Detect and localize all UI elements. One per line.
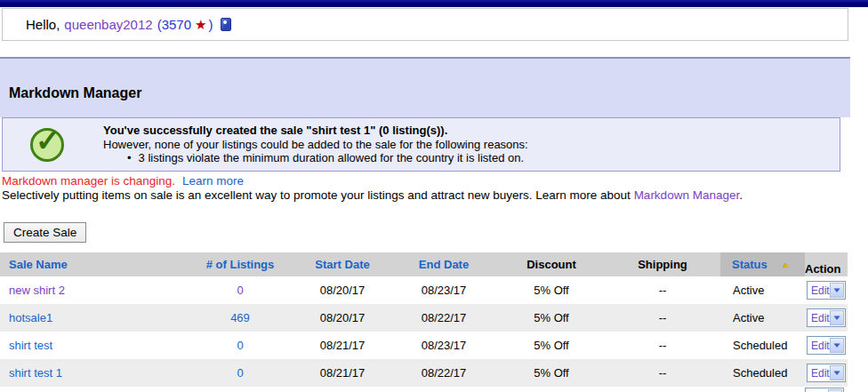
table-row: shirt test 0 08/21/17 08/23/17 5% Off --… (0, 332, 848, 359)
edit-action-dropdown[interactable]: Edit ▼ (807, 336, 846, 355)
shipping-value: -- (618, 359, 707, 387)
chevron-down-icon: ▼ (832, 287, 842, 294)
feedback-count-link[interactable]: 3570 (162, 17, 191, 32)
listings-count-link[interactable]: 0 (237, 339, 243, 352)
header-status[interactable]: Status ▲ (720, 252, 805, 276)
success-alert: ✓ You've successfully created the sale "… (2, 117, 840, 172)
status-value: Scheduled (720, 359, 805, 387)
feedback-close-paren: ) (208, 17, 213, 32)
promo-suffix: . (739, 188, 743, 202)
status-value: Scheduled (720, 332, 805, 359)
promo-text: Selectively putting items on sale is an … (2, 188, 634, 202)
header-action: Action (805, 252, 848, 276)
chevron-down-icon: ▼ (832, 370, 842, 377)
discount-value: 5% Off (498, 359, 605, 387)
feedback-star-icon: ★ (195, 17, 206, 33)
alert-detail: However, none of your listings could be … (103, 138, 528, 152)
sale-name-link[interactable]: new shirt 2 (9, 284, 65, 297)
start-date-value: 08/21/17 (293, 332, 391, 359)
status-value: Active (720, 304, 805, 332)
dropdown-arrow-button[interactable]: ▼ (830, 283, 844, 298)
edit-action-dropdown[interactable]: Edit ▼ (807, 281, 846, 300)
edit-action-dropdown[interactable]: Edit ▼ (807, 364, 846, 382)
learn-more-link[interactable]: Learn more (182, 174, 244, 188)
listings-count-link[interactable]: 469 (230, 311, 250, 324)
table-row: shirt test 1 0 08/21/17 08/22/17 5% Off … (0, 359, 848, 387)
changing-text: Markdown manager is changing. (2, 174, 175, 188)
header-start-date[interactable]: Start Date (293, 252, 391, 276)
promo-text-line: Selectively putting items on sale is an … (2, 188, 743, 202)
markdown-manager-link[interactable]: Markdown Manager (634, 188, 740, 202)
table-header-row: Sale Name # of Listings Start Date End D… (0, 252, 848, 276)
alert-message: You've successfully created the sale "sh… (103, 124, 528, 165)
dropdown-arrow-button[interactable]: ▼ (830, 365, 844, 380)
listings-count-link[interactable]: 0 (237, 366, 243, 380)
header-num-listings[interactable]: # of Listings (196, 252, 285, 276)
start-date-value: 08/21/17 (293, 359, 391, 387)
alert-title: You've successfully created the sale "sh… (103, 124, 528, 138)
alert-bullet-item: •3 listings violate the minimum duration… (103, 151, 528, 165)
sale-name-link[interactable]: hotsale1 (9, 311, 52, 324)
header-discount: Discount (498, 252, 605, 276)
header-sale-name[interactable]: Sale Name (9, 252, 196, 276)
listings-count-link[interactable]: 0 (237, 284, 243, 297)
top-navigation-bar (0, 0, 868, 7)
end-date-value: 08/23/17 (399, 332, 488, 359)
table-row: new shirt 2 0 08/20/17 08/23/17 5% Off -… (0, 276, 848, 304)
header-end-date[interactable]: End Date (399, 252, 488, 276)
shipping-value: -- (618, 304, 707, 332)
start-date-value: 08/20/17 (293, 276, 391, 304)
discount-value: 5% Off (498, 304, 605, 332)
sale-name-link[interactable]: shirt test 1 (9, 366, 62, 380)
dropdown-arrow-button[interactable]: ▼ (830, 338, 844, 353)
markdown-changing-notice: Markdown manager is changing. Learn more (2, 174, 244, 188)
about-me-page-icon[interactable] (221, 18, 231, 31)
end-date-value: 08/22/17 (399, 359, 488, 387)
page-title: Markdown Manager (0, 59, 850, 101)
sales-table: Sale Name # of Listings Start Date End D… (0, 252, 848, 387)
partial-next-row-edit-dropdown[interactable]: ▼ (805, 388, 844, 392)
shipping-value: -- (618, 332, 707, 359)
chevron-down-icon: ▼ (832, 342, 842, 349)
discount-value: 5% Off (498, 332, 605, 359)
success-check-icon: ✓ (30, 128, 64, 162)
sale-name-link[interactable]: shirt test (9, 339, 52, 352)
greeting-bar: Hello, queenbay2012 ( 3570 ★ ) (2, 8, 848, 41)
chevron-down-icon: ▼ (832, 315, 842, 322)
end-date-value: 08/22/17 (399, 304, 488, 332)
header-shipping: Shipping (618, 252, 707, 276)
greeting-text: Hello, (26, 17, 60, 32)
discount-value: 5% Off (498, 276, 605, 304)
edit-action-dropdown[interactable]: Edit ▼ (807, 308, 846, 327)
create-sale-button[interactable]: Create Sale (4, 222, 86, 243)
dropdown-arrow-button[interactable]: ▼ (830, 310, 844, 325)
shipping-value: -- (618, 276, 707, 304)
title-band: Markdown Manager (0, 57, 850, 117)
status-value: Active (720, 276, 805, 304)
bullet-icon: • (127, 151, 132, 164)
table-row: hotsale1 469 08/20/17 08/22/17 5% Off --… (0, 304, 848, 332)
username-link[interactable]: queenbay2012 (64, 17, 152, 32)
end-date-value: 08/23/17 (399, 276, 488, 304)
start-date-value: 08/20/17 (293, 304, 391, 332)
sort-ascending-icon: ▲ (782, 260, 790, 269)
